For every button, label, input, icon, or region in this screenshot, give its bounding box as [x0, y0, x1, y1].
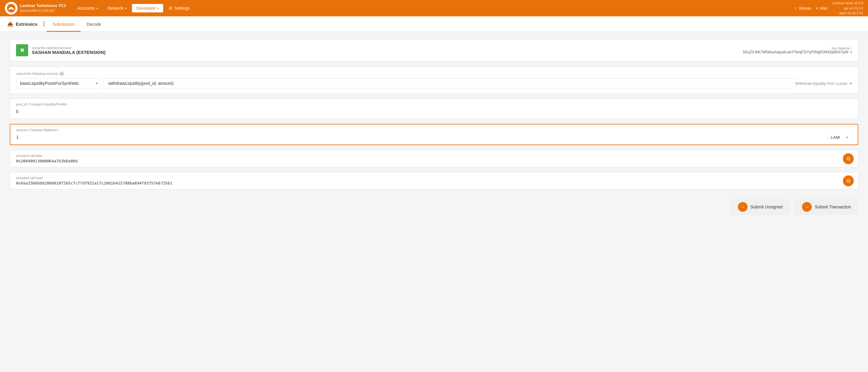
- section-title: Extrinsics: [16, 22, 37, 27]
- submit-unsigned-button[interactable]: → Submit Unsigned: [731, 199, 790, 215]
- help-icon: ?: [60, 71, 64, 76]
- nav-network[interactable]: Network ▾: [103, 4, 131, 12]
- nav-developer[interactable]: Developer ▾: [132, 4, 163, 12]
- nav-settings[interactable]: ⚙ Settings: [164, 4, 194, 12]
- tab-decode[interactable]: Decode: [81, 17, 107, 32]
- pool-id-input[interactable]: [16, 108, 852, 115]
- copy-hash-icon: ⧉: [847, 178, 850, 183]
- unit-select-wrapper: LAMI ▾: [828, 135, 851, 140]
- app-info: Laminar Turbulence TC3 laminar/400 #1,58…: [20, 3, 66, 13]
- balance-address[interactable]: 5GuZXJbK7WNdsuAayudLewYTsmjFZtYyF5NgRJM1…: [743, 50, 852, 54]
- copy-call-hash-button[interactable]: ⧉: [843, 175, 854, 186]
- address-chevron-icon: ▾: [850, 50, 852, 54]
- app-subtitle: laminar/400 #1,580,507: [20, 8, 66, 13]
- account-label: using the selected account: [32, 46, 105, 50]
- account-icon: ✖: [16, 44, 28, 56]
- github-link[interactable]: ⑂ GitHub: [795, 6, 811, 10]
- network-chevron-icon: ▾: [125, 7, 126, 10]
- nav-accounts[interactable]: Accounts ▾: [73, 4, 102, 12]
- method-display: withdrawLiquidity(pool_id, amount): [103, 78, 796, 88]
- account-right: free balance - 5GuZXJbK7WNdsuAayudLewYTs…: [743, 46, 852, 54]
- amount-label: amount: Compact<Balance>: [17, 128, 851, 132]
- sub-navigation: 📤 Extrinsics Submission Decode: [0, 17, 868, 32]
- method-right: Withdraw liquidity from a pool. ▾: [796, 81, 852, 86]
- submit-transaction-icon: →: [802, 202, 812, 212]
- submit-unsigned-icon: →: [738, 202, 748, 212]
- wiki-icon: ≡: [816, 6, 818, 10]
- copy-icon: ⧉: [847, 156, 850, 162]
- app-logo: [5, 2, 18, 15]
- balance-label: free balance -: [743, 46, 852, 50]
- main-nav: Accounts ▾ Network ▾ Developer ▾ ⚙ Setti…: [73, 4, 792, 12]
- wiki-link[interactable]: ≡ Wiki: [816, 6, 828, 10]
- tab-submission[interactable]: Submission: [46, 17, 81, 32]
- encoded-call-data-card: encoded call data 0x20040013000064a7b3b6…: [10, 150, 858, 167]
- app-header: Laminar Turbulence TC3 laminar/400 #1,58…: [0, 0, 868, 17]
- main-content: ✖ using the selected account SASHAN MAND…: [0, 32, 868, 371]
- header-right: ⑂ GitHub ≡ Wiki Laminar Node v0.4.0 api …: [795, 1, 863, 16]
- encoded-call-hash-card: encoded call hash 0x8aa33b6bb92866010f26…: [10, 172, 858, 189]
- account-left: ✖ using the selected account SASHAN MAND…: [16, 44, 105, 56]
- account-name: SASHAN MANDALA (EXTENSION): [32, 50, 105, 55]
- github-icon: ⑂: [795, 6, 797, 10]
- submit-transaction-button[interactable]: → Submit Transaction: [795, 199, 858, 215]
- copy-call-data-button[interactable]: ⧉: [843, 153, 854, 164]
- extrinsics-icon: 📤: [7, 21, 13, 27]
- call-hash-label: encoded call hash: [16, 176, 852, 180]
- pool-id-label: pool_id: Compact<LiquidityPoolId>: [16, 103, 852, 106]
- account-info: using the selected account SASHAN MANDAL…: [32, 46, 105, 55]
- section-header: 📤 Extrinsics: [7, 21, 44, 27]
- call-data-value: 0x20040013000064a7b3b6e00d: [16, 159, 852, 163]
- account-card: ✖ using the selected account SASHAN MAND…: [10, 39, 858, 61]
- extrinsic-label: submit the following extrinsic ?: [16, 71, 852, 76]
- app-title: Laminar Turbulence TC3: [20, 3, 66, 8]
- unit-chevron-icon: ▾: [846, 135, 848, 139]
- amount-input[interactable]: [17, 134, 828, 141]
- amount-param: amount: Compact<Balance> LAMI ▾: [10, 124, 858, 145]
- unit-select[interactable]: LAMI: [831, 135, 846, 140]
- extrinsic-card: submit the following extrinsic ? baseLiq…: [10, 66, 858, 94]
- accounts-chevron-icon: ▾: [97, 7, 98, 10]
- module-select-wrapper: baseLiquidityPoolsForSynthetic ▾: [16, 78, 101, 88]
- call-data-label: encoded call data: [16, 154, 852, 158]
- developer-chevron-icon: ▾: [157, 7, 159, 10]
- pool-id-param: pool_id: Compact<LiquidityPoolId>: [10, 98, 858, 119]
- module-select[interactable]: baseLiquidityPoolsForSynthetic: [16, 78, 101, 88]
- gear-icon: ⚙: [168, 6, 173, 10]
- extrinsic-row: baseLiquidityPoolsForSynthetic ▾ withdra…: [16, 78, 852, 88]
- method-chevron-icon: ▾: [850, 81, 852, 86]
- amount-row: LAMI ▾: [17, 134, 851, 141]
- version-info: Laminar Node v0.4.0 api v4.15.2-2 apps v…: [832, 1, 863, 16]
- call-hash-value: 0x8aa33b6bb92866010f265c7cf7df931a17c20d…: [16, 181, 852, 185]
- action-row: → Submit Unsigned → Submit Transaction: [10, 194, 858, 220]
